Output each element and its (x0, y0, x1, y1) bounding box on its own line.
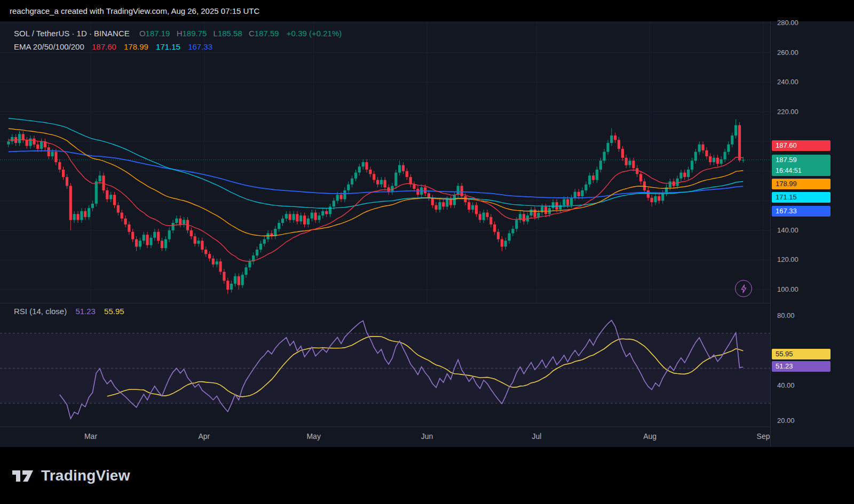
ema20-value: 187.60 (92, 42, 116, 51)
ema100-value: 171.15 (156, 42, 180, 51)
tradingview-chart-window: reachgrace_a created with TradingView.co… (0, 0, 854, 504)
high-label: H (177, 29, 183, 38)
attribution-bar: reachgrace_a created with TradingView.co… (0, 0, 854, 21)
tradingview-wordmark[interactable]: TradingView (41, 467, 130, 484)
lightning-bolt-icon (740, 284, 747, 293)
time-label-may: May (306, 432, 320, 441)
ema50-value: 178.99 (124, 42, 148, 51)
price-tick: 280.00 (777, 18, 798, 28)
price-axis[interactable]: 280.00260.00240.00220.00140.00120.00100.… (770, 21, 854, 447)
price-tick: 100.00 (777, 285, 798, 294)
rsi-chart[interactable] (0, 304, 770, 427)
time-label-jun: Jun (421, 432, 433, 441)
rsi-label[interactable]: RSI (14, close) (14, 307, 67, 316)
time-label-sep: Sep (757, 432, 770, 441)
price-tick: 220.00 (777, 107, 798, 117)
price-chip-last: 187.5916:44:51 (772, 155, 831, 176)
main-chart-legend: SOL / TetherUS · 1D · BINANCE O187.19 H1… (14, 29, 342, 38)
price-tick: 120.00 (777, 255, 798, 265)
close-label: C (249, 29, 255, 38)
pane-separator[interactable] (0, 303, 770, 303)
rsi-tick: 20.00 (777, 416, 795, 426)
rsi-value: 51.23 (75, 307, 96, 316)
last-price-value: 187.59 (776, 155, 827, 165)
time-label-jul: Jul (532, 432, 541, 441)
price-chip-ema50: 178.99 (772, 179, 831, 189)
footer-bar: TradingView (0, 447, 854, 504)
close-value: 187.59 (255, 29, 279, 38)
ema20-line (9, 140, 743, 261)
tradingview-logo-icon[interactable] (12, 467, 34, 484)
price-chip-rsi: 51.23 (772, 361, 831, 372)
ema-label[interactable]: EMA 20/50/100/200 (14, 42, 84, 51)
price-tick: 240.00 (777, 77, 798, 87)
open-value: 187.19 (146, 29, 170, 38)
price-tick: 140.00 (777, 226, 798, 235)
price-tick: 260.00 (777, 48, 798, 58)
price-chip-ema200: 167.33 (772, 206, 831, 217)
time-label-apr: Apr (198, 432, 210, 441)
time-label-aug: Aug (643, 432, 657, 441)
time-axis[interactable]: MarAprMayJunJulAugSep (0, 427, 770, 447)
ema-legend: EMA 20/50/100/200 187.60 178.99 171.15 1… (14, 42, 212, 51)
bar-countdown: 16:44:51 (776, 165, 827, 176)
rsi-tick: 40.00 (777, 381, 795, 390)
high-value: 189.75 (182, 29, 207, 38)
candlestick-chart[interactable] (0, 21, 770, 303)
time-label-mar: Mar (84, 432, 97, 441)
rsi-legend: RSI (14, close) 51.23 55.95 (14, 307, 124, 316)
symbol-title[interactable]: SOL / TetherUS · 1D · BINANCE (14, 29, 130, 38)
price-chip-ema100: 171.15 (772, 192, 831, 203)
rsi-tick: 80.00 (777, 311, 795, 321)
low-value: 185.58 (218, 29, 242, 38)
price-chip-ema20: 187.60 (772, 140, 831, 151)
ema50-line (9, 129, 743, 236)
ema200-value: 167.33 (188, 42, 212, 51)
boost-button[interactable] (735, 280, 752, 297)
attribution-text: reachgrace_a created with TradingView.co… (10, 6, 259, 15)
ema200-line (9, 151, 743, 198)
change-value: +0.39 (+0.21%) (287, 29, 342, 38)
rsi-ma-value: 55.95 (104, 307, 124, 316)
low-label: L (213, 29, 218, 38)
price-chip-rsi_ma: 55.95 (772, 349, 831, 359)
open-label: O (139, 29, 146, 38)
